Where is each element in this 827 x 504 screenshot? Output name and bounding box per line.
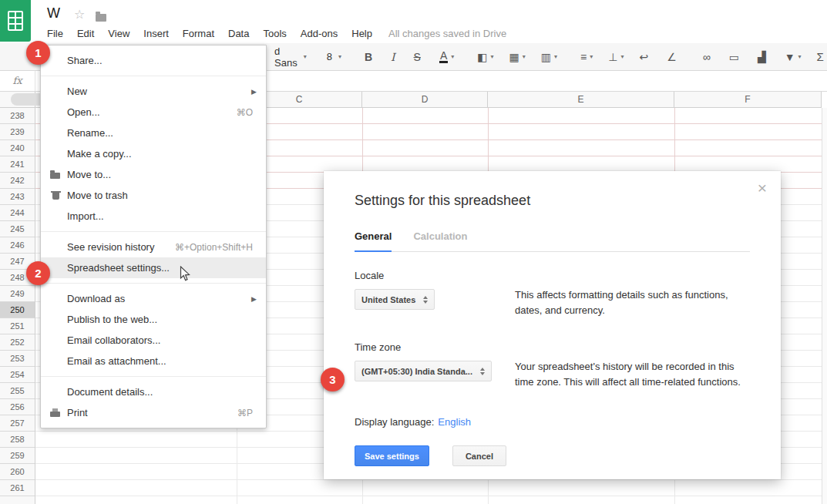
filter-button[interactable]: ▼ ▾ [775,48,808,66]
printer-icon [49,402,67,423]
menubar-item[interactable]: View [101,25,136,42]
column-header[interactable]: D [362,92,488,107]
file-menu-item[interactable]: Move to trash [41,185,266,206]
vertical-scrollbar[interactable] [822,108,827,504]
row-header[interactable]: 259 [0,448,35,464]
star-icon[interactable]: ☆ [74,7,85,22]
row-header[interactable]: 256 [0,399,35,415]
menubar-item[interactable]: Help [345,25,379,42]
file-menu-item[interactable]: Download as ▶ [41,288,266,309]
file-menu-item[interactable]: Spreadsheet settings... [41,257,266,278]
menu-item-icon [49,123,67,143]
merge-cells-button[interactable]: ▥ ▾ [532,48,563,66]
functions-button[interactable]: Σ ▾ [808,48,827,66]
menu-item-icon [49,206,67,227]
vertical-align-button[interactable]: ⊥ ▾ [599,48,630,66]
locale-select[interactable]: United States [355,289,435,310]
dialog-tab[interactable]: General [355,230,392,252]
sheets-logo-icon[interactable] [0,0,31,42]
text-wrap-button[interactable]: ↩ [630,48,657,66]
strikethrough-button[interactable]: S [405,48,430,66]
row-header[interactable]: 242 [0,173,35,189]
display-language-link[interactable]: English [438,416,471,428]
folder-icon [49,164,67,185]
file-menu-item[interactable]: Make a copy... [41,143,266,164]
insert-comment-button[interactable]: ▭ [720,48,748,66]
file-menu-item[interactable]: Email collaborators... [41,330,266,351]
file-menu-item[interactable]: Rename... [41,123,266,143]
timezone-select[interactable]: (GMT+05:30) India Standa... [355,361,492,381]
row-header[interactable]: 238 [0,108,35,124]
borders-button[interactable]: ▦ ▾ [500,48,532,66]
row-header[interactable]: 260 [0,464,35,480]
locale-description: This affects formatting details such as … [515,287,750,318]
italic-button[interactable]: I [382,48,405,66]
row-header[interactable]: 239 [0,124,35,140]
menubar-item[interactable]: File [40,25,70,42]
menubar-item[interactable]: Data [221,25,256,42]
close-icon[interactable]: × [758,180,767,196]
row-header[interactable]: 253 [0,351,35,367]
file-menu-item[interactable]: Print ⌘P [41,402,266,423]
row-header[interactable]: 244 [0,205,35,221]
menubar-item[interactable]: Insert [136,25,176,42]
menu-item-label: Move to trash [67,190,128,201]
grid-row[interactable] [35,480,822,496]
insert-chart-button[interactable]: ▟ [748,48,775,66]
dialog-tab[interactable]: Calculation [413,230,467,251]
file-menu-item[interactable]: New ▶ [41,81,266,102]
row-header[interactable]: 245 [0,221,35,237]
menubar-item[interactable]: Format [176,25,221,42]
font-size-selector[interactable]: 8 ▾ [321,48,348,66]
row-header[interactable]: 254 [0,367,35,383]
insert-link-button[interactable]: ∞ [694,48,720,66]
bold-button[interactable]: B [355,48,382,66]
document-title[interactable]: W [47,5,60,22]
select-all-corner[interactable] [0,92,35,108]
save-settings-button[interactable]: Save settings [355,445,429,466]
row-header[interactable]: 255 [0,383,35,399]
row-header[interactable]: 251 [0,318,35,334]
menu-item-label: Publish to the web... [67,314,157,325]
menu-item-label: Move to... [67,169,111,180]
menu-item-shortcut: ⌘P [237,408,253,418]
chevron-down-icon: ▾ [620,53,624,60]
file-menu-item[interactable]: See revision history ⌘+Option+Shift+H [41,237,266,257]
fill-color-button[interactable]: ◧ ▾ [468,48,499,66]
sheets-grid-glyph [8,11,23,31]
file-menu-item[interactable]: Email as attachment... [41,351,266,371]
timezone-section: Time zone (GMT+05:30) India Standa... Yo… [355,341,750,390]
row-header[interactable]: 241 [0,156,35,173]
file-menu-item[interactable]: Open... ⌘O [41,102,266,123]
file-menu-item[interactable]: Import... [41,206,266,227]
text-rotate-button[interactable]: ∠ [657,48,686,66]
menu-item-icon [49,143,67,164]
row-header[interactable]: 257 [0,415,35,432]
menubar-item[interactable]: Add-ons [294,25,345,42]
row-header[interactable]: 250 [0,302,35,318]
row-header[interactable]: 252 [0,334,35,351]
menubar-item[interactable]: Tools [256,25,293,42]
file-menu-item[interactable]: Publish to the web... [41,309,266,330]
row-header[interactable]: 240 [0,140,35,156]
row-header[interactable]: 246 [0,237,35,254]
menubar-item[interactable]: Edit [70,25,101,42]
cancel-button[interactable]: Cancel [452,445,506,466]
menu-item-label: New [67,86,87,97]
row-header[interactable]: 258 [0,432,35,448]
row-header[interactable]: 243 [0,189,35,205]
file-menu-item[interactable]: Share... [41,50,266,71]
file-menu-item[interactable]: Move to... [41,164,266,185]
dialog-buttons: Save settings Cancel [355,445,750,466]
row-header[interactable]: 261 [0,480,35,496]
file-menu-item[interactable]: Document details... [41,381,266,402]
text-color-button[interactable]: A ▾ [430,48,460,66]
column-header[interactable]: F [674,92,822,107]
column-header[interactable]: E [488,92,674,107]
horizontal-align-button[interactable]: ≡ ▾ [571,48,599,66]
font-family-selector[interactable]: d Sans ▾ [268,48,313,66]
menu-item-icon [49,50,67,71]
saved-status: All changes saved in Drive [388,28,506,39]
submenu-arrow-icon: ▶ [251,88,257,96]
row-header[interactable]: 249 [0,286,35,302]
